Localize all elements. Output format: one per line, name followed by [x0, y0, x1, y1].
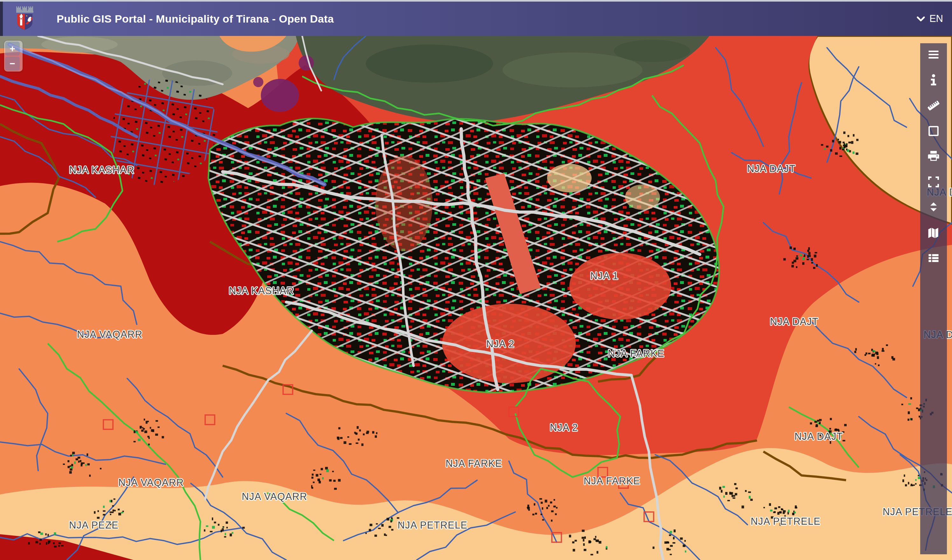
map-label: NJA VAQARR: [118, 477, 184, 488]
measure-icon[interactable]: [920, 96, 947, 115]
map-label: NJA PETRELE: [397, 520, 468, 531]
language-selector[interactable]: EN: [916, 13, 943, 25]
map-label: NJA 2: [486, 338, 515, 350]
map-label: NJA 1: [590, 270, 619, 281]
map-label: NJA DAJT: [747, 163, 796, 174]
zoom-controls: + −: [4, 41, 23, 71]
collapse-vertical-icon: [927, 201, 941, 214]
map-label: NJA 2: [550, 422, 578, 433]
header-bar: Public GIS Portal - Municipality of Tira…: [0, 2, 952, 36]
menu-icon[interactable]: [920, 45, 947, 64]
page-title: Public GIS Portal - Municipality of Tira…: [57, 13, 334, 25]
map-canvas[interactable]: NJA KASHARNJA KASHARNJA VAQARRNJA VAQARR…: [0, 36, 952, 560]
draw-rectangle-icon: [927, 124, 941, 138]
header-left-edge: [0, 2, 3, 36]
map-label: NJA VAQARR: [77, 329, 142, 340]
chevron-down-icon: [916, 15, 926, 23]
window-top-strip: [0, 0, 952, 2]
map-label: NJA DAJT: [770, 316, 819, 327]
language-label: EN: [929, 13, 943, 25]
basemap-icon: [927, 226, 941, 240]
map-label: NJA PETRELE: [751, 516, 821, 527]
basemap-icon[interactable]: [920, 223, 947, 242]
map-label: NJA KASHAR: [229, 285, 294, 296]
layer-list-icon[interactable]: [920, 249, 947, 268]
collapse-vertical-icon[interactable]: [920, 198, 947, 217]
map-toolbar: [920, 43, 947, 554]
measure-icon: [927, 99, 941, 113]
tirana-coat-of-arms-logo: [15, 4, 35, 34]
map-label: NJA DAJT: [794, 431, 843, 442]
map-label: NJA PEZE: [69, 520, 119, 531]
menu-icon: [927, 48, 941, 62]
print-icon: [927, 150, 941, 164]
fullscreen-icon[interactable]: [920, 172, 947, 191]
map-label: NJA FARKE: [584, 475, 640, 486]
map-label: NJA FARKE: [446, 458, 502, 469]
map-label: NJA KASHAR: [70, 164, 134, 176]
map-label: NJA VAQARR: [242, 491, 307, 502]
draw-rectangle-icon[interactable]: [920, 122, 947, 140]
info-icon[interactable]: [920, 71, 947, 89]
zoom-in-button[interactable]: +: [5, 42, 20, 56]
map-artwork: NJA KASHARNJA KASHARNJA VAQARRNJA VAQARR…: [0, 36, 952, 560]
fullscreen-icon: [927, 175, 941, 189]
zoom-out-button[interactable]: −: [5, 57, 20, 71]
map-label: NJA FARKE: [608, 348, 665, 359]
layer-list-icon: [927, 251, 941, 265]
print-icon[interactable]: [920, 147, 947, 166]
info-icon: [927, 73, 941, 87]
